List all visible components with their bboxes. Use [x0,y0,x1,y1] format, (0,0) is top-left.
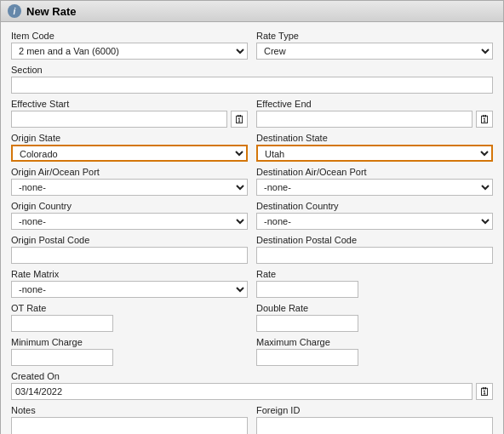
origin-air-label: Origin Air/Ocean Port [11,167,248,177]
row-air-ports: Origin Air/Ocean Port -none- Destination… [11,167,493,196]
form-body: Item Code 2 men and a Van (6000) Rate Ty… [1,22,503,434]
origin-country-label: Origin Country [11,201,248,211]
row-effective-dates: Effective Start 🗓 Effective End 🗓 [11,99,493,128]
col-section: Section [11,65,493,94]
col-origin-state: Origin State Colorado [11,133,248,162]
rate-input[interactable] [256,281,358,298]
row-item-code-rate-type: Item Code 2 men and a Van (6000) Rate Ty… [11,31,493,60]
col-max-charge: Maximum Charge [256,337,493,366]
destination-state-select[interactable]: Utah [256,145,493,162]
min-charge-label: Minimum Charge [11,337,248,347]
double-rate-label: Double Rate [256,303,493,313]
col-destination-postal: Destination Postal Code [256,235,493,264]
col-rate-type: Rate Type Crew [256,31,493,60]
titlebar-title: New Rate [26,5,77,18]
col-effective-start: Effective Start 🗓 [11,99,248,128]
item-code-select[interactable]: 2 men and a Van (6000) [11,43,248,60]
origin-postal-input[interactable] [11,247,248,264]
effective-end-label: Effective End [256,99,493,109]
col-min-charge: Minimum Charge [11,337,248,366]
col-item-code: Item Code 2 men and a Van (6000) [11,31,248,60]
origin-country-select[interactable]: -none- [11,213,248,230]
col-notes: Notes [11,405,248,434]
row-countries: Origin Country -none- Destination Countr… [11,201,493,230]
effective-end-input[interactable] [256,111,472,128]
destination-country-select[interactable]: -none- [256,213,493,230]
row-section: Section [11,65,493,94]
item-code-label: Item Code [11,31,248,41]
row-notes-foreign-id: Notes Foreign ID [11,405,493,434]
row-charges: Minimum Charge Maximum Charge [11,337,493,366]
destination-postal-label: Destination Postal Code [256,235,493,245]
new-rate-window: i New Rate Item Code 2 men and a Van (60… [0,0,504,434]
ot-rate-input[interactable] [11,315,113,332]
notes-textarea[interactable] [11,417,248,434]
row-postal-codes: Origin Postal Code Destination Postal Co… [11,235,493,264]
row-states: Origin State Colorado Destination State … [11,133,493,162]
col-created-on: Created On 🗓 [11,371,493,400]
created-on-date-row: 🗓 [11,383,493,400]
destination-state-label: Destination State [256,133,493,143]
titlebar-icon: i [8,4,21,18]
rate-type-label: Rate Type [256,31,493,41]
destination-country-label: Destination Country [256,201,493,211]
min-charge-input[interactable] [11,349,113,366]
double-rate-input[interactable] [256,315,358,332]
col-foreign-id: Foreign ID [256,405,493,434]
rate-type-select[interactable]: Crew [256,43,493,60]
row-created-on: Created On 🗓 [11,371,493,400]
created-on-input[interactable] [11,383,472,400]
origin-state-select[interactable]: Colorado [11,145,248,162]
destination-air-label: Destination Air/Ocean Port [256,167,493,177]
row-rate-matrix-rate: Rate Matrix -none- Rate [11,269,493,298]
col-effective-end: Effective End 🗓 [256,99,493,128]
origin-air-select[interactable]: -none- [11,179,248,196]
col-origin-air: Origin Air/Ocean Port -none- [11,167,248,196]
effective-start-input[interactable] [11,111,227,128]
col-destination-state: Destination State Utah [256,133,493,162]
rate-matrix-select[interactable]: -none- [11,281,248,298]
effective-end-calendar-icon[interactable]: 🗓 [476,111,493,128]
effective-start-calendar-icon[interactable]: 🗓 [231,111,248,128]
effective-end-date-row: 🗓 [256,111,493,128]
col-destination-air: Destination Air/Ocean Port -none- [256,167,493,196]
ot-rate-label: OT Rate [11,303,248,313]
max-charge-input[interactable] [256,349,358,366]
foreign-id-textarea[interactable] [256,417,493,434]
origin-state-label: Origin State [11,133,248,143]
col-rate-matrix: Rate Matrix -none- [11,269,248,298]
col-ot-rate: OT Rate [11,303,248,332]
notes-label: Notes [11,405,248,415]
col-origin-postal: Origin Postal Code [11,235,248,264]
col-double-rate: Double Rate [256,303,493,332]
created-on-calendar-icon[interactable]: 🗓 [476,383,493,400]
rate-label: Rate [256,269,493,279]
destination-air-select[interactable]: -none- [256,179,493,196]
created-on-label: Created On [11,371,493,381]
foreign-id-label: Foreign ID [256,405,493,415]
col-rate: Rate [256,269,493,298]
section-label: Section [11,65,493,75]
max-charge-label: Maximum Charge [256,337,493,347]
col-origin-country: Origin Country -none- [11,201,248,230]
destination-postal-input[interactable] [256,247,493,264]
titlebar: i New Rate [1,1,503,22]
effective-start-date-row: 🗓 [11,111,248,128]
col-destination-country: Destination Country -none- [256,201,493,230]
origin-postal-label: Origin Postal Code [11,235,248,245]
effective-start-label: Effective Start [11,99,248,109]
section-input[interactable] [11,77,493,94]
row-ot-double-rate: OT Rate Double Rate [11,303,493,332]
rate-matrix-label: Rate Matrix [11,269,248,279]
